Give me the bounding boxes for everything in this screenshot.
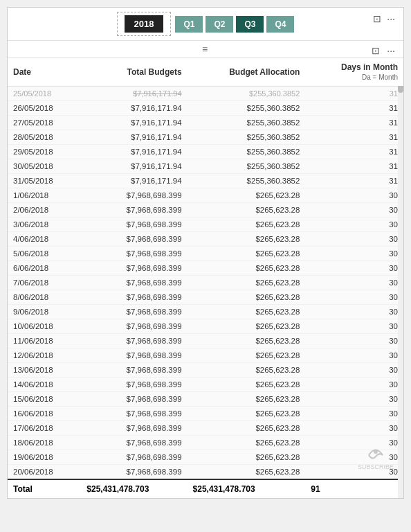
q2-button[interactable]: Q2 — [206, 16, 233, 33]
cell-days: 30 — [305, 276, 403, 290]
cell-total-budgets: $7,968,698.399 — [81, 407, 187, 421]
cell-total-budgets: $7,968,698.399 — [81, 305, 187, 319]
table-row: 3/06/2018 $7,968,698.399 $265,623.28 30 — [8, 218, 403, 232]
cell-total-budgets: $7,968,698.399 — [81, 319, 187, 334]
cell-budget-allocation: $265,623.28 — [188, 348, 306, 363]
cell-total-budgets: $7,916,171.94 — [81, 101, 187, 116]
q1-button[interactable]: Q1 — [175, 16, 203, 33]
hamburger-icon: ≡ — [202, 44, 209, 55]
column-note: Da = Month — [362, 73, 398, 81]
cell-date: 8/06/2018 — [8, 290, 81, 305]
cell-days: 30 — [305, 392, 403, 407]
table-container: Date Total Budgets Budget Allocation Day… — [8, 58, 403, 498]
cell-budget-allocation: $255,360.3852 — [188, 87, 306, 101]
expand-icon-top[interactable]: ⊡ — [372, 12, 383, 26]
q4-button[interactable]: Q4 — [266, 16, 294, 33]
dots-icon-second[interactable]: ··· — [385, 44, 396, 57]
table-row: 10/06/2018 $7,968,698.399 $265,623.28 30 — [8, 319, 403, 334]
col-date: Date — [8, 58, 81, 87]
table-row: 2/06/2018 $7,968,698.399 $265,623.28 30 — [8, 203, 403, 218]
cell-budget-allocation: $255,360.3852 — [188, 145, 306, 159]
total-budgets-value: $25,431,478.703 — [81, 479, 187, 498]
cell-days: 31 — [305, 159, 403, 174]
cell-total-budgets: $7,916,171.94 — [81, 116, 187, 130]
cell-days: 31 — [305, 130, 403, 145]
cell-total-budgets: $7,968,698.399 — [81, 218, 187, 232]
table-row: 6/06/2018 $7,968,698.399 $265,623.28 30 — [8, 261, 403, 276]
cell-days: 31 — [305, 101, 403, 116]
cell-total-budgets: $7,968,698.399 — [81, 363, 187, 378]
cell-days: 30 — [305, 319, 403, 334]
cell-total-budgets: $7,968,698.399 — [81, 188, 187, 203]
cell-budget-allocation: $265,623.28 — [188, 421, 306, 436]
cell-total-budgets: $7,968,698.399 — [81, 421, 187, 436]
expand-icon-second[interactable]: ⊡ — [370, 44, 381, 57]
svg-point-0 — [374, 450, 378, 454]
cell-total-budgets: $7,916,171.94 — [81, 145, 187, 159]
table-row: 29/05/2018 $7,916,171.94 $255,360.3852 3… — [8, 145, 403, 159]
cell-total-budgets: $7,968,698.399 — [81, 276, 187, 290]
cell-total-budgets: $7,968,698.399 — [81, 378, 187, 392]
cell-total-budgets: $7,968,698.399 — [81, 261, 187, 276]
table-row: 12/06/2018 $7,968,698.399 $265,623.28 30 — [8, 348, 403, 363]
cell-budget-allocation: $265,623.28 — [188, 334, 306, 348]
cell-budget-allocation: $265,623.28 — [188, 436, 306, 450]
col-total-budgets: Total Budgets — [81, 58, 187, 87]
col-budget-allocation: Budget Allocation — [188, 58, 306, 87]
cell-budget-allocation: $265,623.28 — [188, 232, 306, 247]
year-button[interactable]: 2018 — [125, 15, 164, 33]
cell-days: 30 — [305, 363, 403, 378]
table-row: 26/05/2018 $7,916,171.94 $255,360.3852 3… — [8, 101, 403, 116]
cell-date: 26/05/2018 — [8, 101, 81, 116]
table-row: 19/06/2018 $7,968,698.399 $265,623.28 30 — [8, 450, 403, 465]
cell-date: 27/05/2018 — [8, 116, 81, 130]
cell-days: 30 — [305, 203, 403, 218]
dots-icon-top[interactable]: ··· — [385, 12, 396, 26]
cell-days: 30 — [305, 407, 403, 421]
cell-budget-allocation: $265,623.28 — [188, 450, 306, 465]
watermark: SUBSCRIBE — [358, 441, 394, 470]
table-row: 9/06/2018 $7,968,698.399 $265,623.28 30 — [8, 305, 403, 319]
cell-days: 31 — [305, 145, 403, 159]
cell-total-budgets: $7,968,698.399 — [81, 232, 187, 247]
cell-budget-allocation: $265,623.28 — [188, 247, 306, 261]
cell-budget-allocation: $265,623.28 — [188, 319, 306, 334]
table-row: 8/06/2018 $7,968,698.399 $265,623.28 30 — [8, 290, 403, 305]
cell-budget-allocation: $255,360.3852 — [188, 116, 306, 130]
table-row: 20/06/2018 $7,968,698.399 $265,623.28 30 — [8, 465, 403, 480]
cell-budget-allocation: $255,360.3852 — [188, 130, 306, 145]
cell-date: 18/06/2018 — [8, 436, 81, 450]
cell-days: 30 — [305, 261, 403, 276]
total-row: Total $25,431,478.703 $25,431,478.703 91 — [8, 479, 403, 498]
cell-total-budgets: $7,916,171.94 — [81, 130, 187, 145]
table-row: 25/05/2018 $7,916,171.94 $255,360.3852 3… — [8, 87, 403, 101]
table-row: 16/06/2018 $7,968,698.399 $265,623.28 30 — [8, 407, 403, 421]
scrollbar[interactable] — [398, 58, 403, 498]
cell-total-budgets: $7,968,698.399 — [81, 348, 187, 363]
cell-days: 30 — [305, 421, 403, 436]
cell-budget-allocation: $265,623.28 — [188, 261, 306, 276]
table-row: 5/06/2018 $7,968,698.399 $265,623.28 30 — [8, 247, 403, 261]
total-label: Total — [8, 479, 81, 498]
cell-days: 30 — [305, 218, 403, 232]
top-toolbar: 2018 Q1 Q2 Q3 Q4 ⊡ ··· — [8, 8, 403, 41]
cell-total-budgets: $7,968,698.399 — [81, 436, 187, 450]
cell-date: 6/06/2018 — [8, 261, 81, 276]
cell-days: 30 — [305, 378, 403, 392]
cell-total-budgets: $7,968,698.399 — [81, 290, 187, 305]
table-row: 18/06/2018 $7,968,698.399 $265,623.28 30 — [8, 436, 403, 450]
q3-button[interactable]: Q3 — [236, 16, 264, 33]
cell-days: 30 — [305, 188, 403, 203]
cell-date: 30/05/2018 — [8, 159, 81, 174]
cell-days: 31 — [305, 87, 403, 101]
cell-date: 12/06/2018 — [8, 348, 81, 363]
cell-budget-allocation: $265,623.28 — [188, 465, 306, 480]
toolbar-right-icons: ⊡ ··· — [372, 12, 396, 26]
cell-days: 30 — [305, 305, 403, 319]
cell-total-budgets: $7,968,698.399 — [81, 203, 187, 218]
cell-date: 10/06/2018 — [8, 319, 81, 334]
cell-budget-allocation: $265,623.28 — [188, 218, 306, 232]
cell-date: 13/06/2018 — [8, 363, 81, 378]
cell-days: 30 — [305, 232, 403, 247]
cell-date: 1/06/2018 — [8, 188, 81, 203]
